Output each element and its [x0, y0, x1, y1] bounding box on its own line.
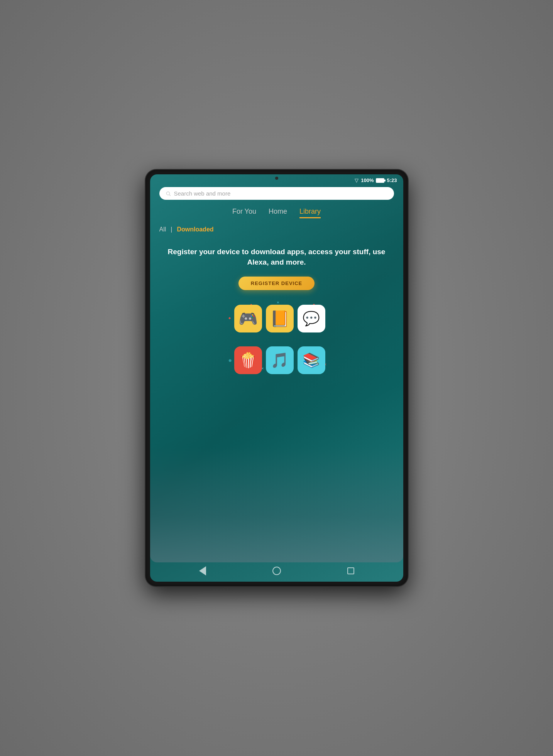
filter-downloaded[interactable]: Downloaded [177, 226, 213, 233]
tablet-device: ▽ 100% 5:23 Search web and more For You … [145, 170, 408, 586]
svg-point-0 [166, 192, 169, 195]
register-device-button[interactable]: REGISTER DEVICE [238, 277, 315, 290]
game-icon: 🎮 [234, 305, 262, 332]
search-icon [166, 191, 171, 196]
tab-for-you[interactable]: For You [232, 208, 256, 218]
book-icon: 📙 [266, 305, 294, 332]
home-icon [272, 567, 281, 575]
deco-7: ◆ [228, 316, 231, 320]
camera-dot [275, 177, 278, 180]
chat-icon: 💬 [298, 305, 325, 332]
nav-tabs: For You Home Library [150, 204, 403, 224]
search-bar-container: Search web and more [150, 185, 403, 204]
filter-divider: | [171, 226, 172, 233]
apps-icon: 📚 [298, 346, 325, 374]
deco-2: ✕ [277, 301, 279, 304]
search-placeholder: Search web and more [174, 190, 231, 197]
main-content: Register your device to download apps, a… [150, 239, 403, 560]
filter-bar: All | Downloaded [150, 224, 403, 239]
icons-cluster: ◆ ✕ ◆ ⊕ ⊕ ✕ ◆ ✕ 🎮 📙 💬 🍿 🎵 📚 [227, 301, 327, 378]
bottom-nav [150, 560, 403, 582]
recent-icon [347, 567, 354, 574]
battery-percent: 100% [361, 177, 374, 183]
svg-line-1 [169, 194, 170, 196]
deco-4: ⊕ [228, 358, 232, 363]
music-icon: 🎵 [266, 346, 294, 374]
wifi-icon: ▽ [355, 177, 359, 183]
battery-icon [376, 178, 384, 183]
battery-fill [377, 179, 384, 182]
movie-icon: 🍿 [234, 346, 262, 374]
back-icon [199, 566, 206, 575]
tablet-screen: ▽ 100% 5:23 Search web and more For You … [150, 174, 403, 582]
tab-library[interactable]: Library [299, 208, 321, 218]
home-button[interactable] [271, 565, 283, 577]
register-text: Register your device to download apps, a… [162, 247, 392, 267]
back-button[interactable] [196, 565, 209, 577]
tab-home[interactable]: Home [269, 208, 287, 218]
recent-button[interactable] [345, 565, 357, 577]
search-bar[interactable]: Search web and more [159, 187, 394, 200]
status-time: 5:23 [387, 177, 397, 183]
filter-all[interactable]: All [159, 226, 166, 233]
